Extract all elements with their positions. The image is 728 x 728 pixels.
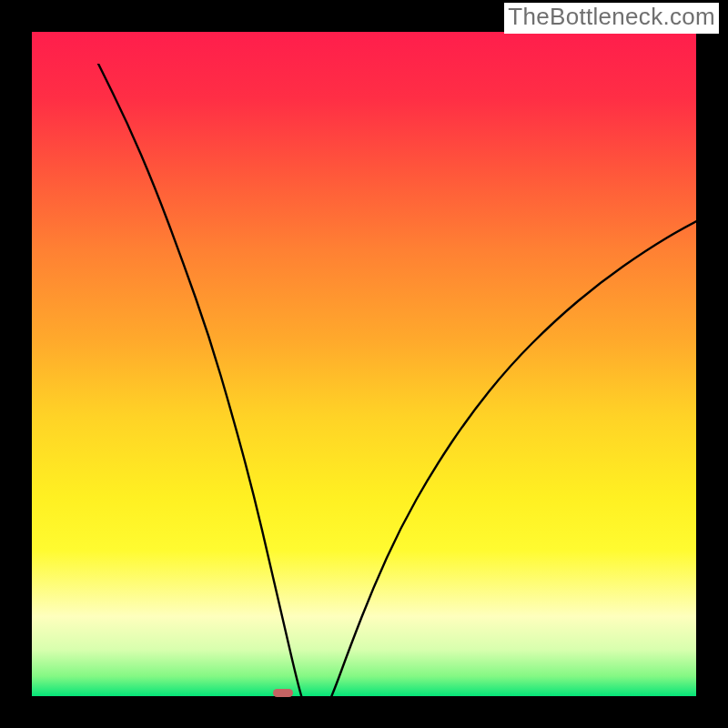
chart-gradient-background (32, 32, 696, 696)
watermark-text: TheBottleneck.com (504, 3, 719, 34)
curve-right-branch (320, 206, 728, 721)
curve-left-branch (98, 64, 309, 721)
chart-svg (64, 64, 728, 728)
bottleneck-marker (273, 689, 293, 697)
outer-frame (0, 0, 728, 728)
